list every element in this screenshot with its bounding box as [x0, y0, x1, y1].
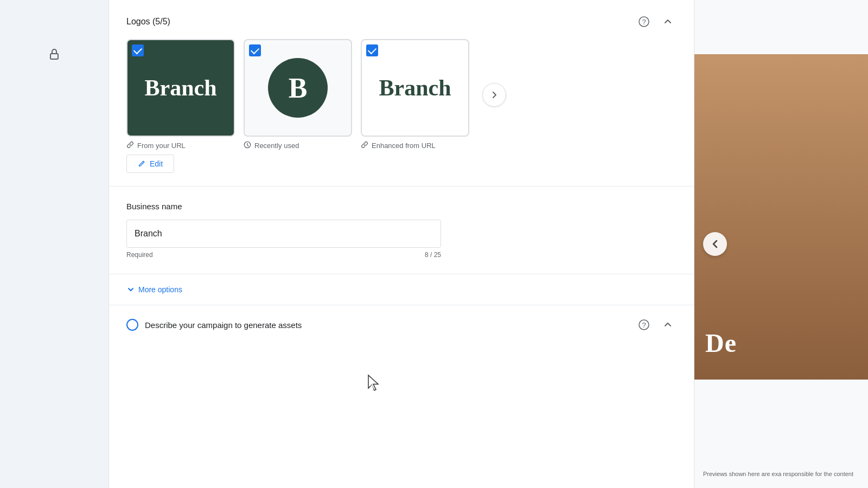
- link-icon-1: [126, 141, 134, 150]
- logos-grid: Branch From your URL: [126, 39, 676, 150]
- more-options-label: More options: [138, 285, 182, 294]
- logo-card-from-url[interactable]: Branch: [126, 39, 235, 137]
- logos-section-title: Logos (5/5): [126, 17, 170, 27]
- svg-rect-0: [50, 54, 58, 59]
- preview-image: De: [694, 54, 868, 380]
- required-text: Required: [126, 251, 153, 259]
- business-name-meta: Required 8 / 25: [126, 251, 441, 259]
- more-options-button[interactable]: More options: [126, 285, 182, 294]
- describe-collapse-button[interactable]: [659, 316, 676, 333]
- describe-header: Describe your campaign to generate asset…: [126, 316, 676, 333]
- logo-card-enhanced-from-url[interactable]: Branch: [361, 39, 469, 137]
- logos-section-controls: ?: [635, 13, 676, 30]
- logos-collapse-button[interactable]: [659, 13, 676, 30]
- logo-label-enhanced: Enhanced from URL: [361, 141, 436, 150]
- logos-next-button[interactable]: [482, 83, 506, 107]
- main-content: Logos (5/5) ?: [108, 0, 694, 488]
- logos-help-button[interactable]: ?: [635, 13, 653, 30]
- edit-button[interactable]: Edit: [126, 155, 174, 173]
- preview-text: De: [705, 328, 737, 358]
- logo-brand-name-1: Branch: [144, 75, 216, 101]
- svg-text:?: ?: [642, 321, 646, 329]
- previews-note: Previews shown here are exa responsible …: [694, 471, 868, 477]
- clock-icon: [244, 141, 251, 150]
- logo-circle: B: [268, 58, 328, 118]
- logo-label-from-url: From your URL: [126, 141, 186, 150]
- logo-brand-initial: B: [289, 72, 308, 104]
- logo-card-recently-used-wrapper: B Recently used: [244, 39, 352, 150]
- lock-icon: [43, 43, 65, 65]
- link-icon-2: [361, 141, 368, 150]
- logo-card-enhanced-wrapper: Branch Enhanced from URL: [361, 39, 469, 150]
- logo-checkbox-from-url[interactable]: [132, 44, 144, 56]
- describe-help-button[interactable]: ?: [635, 316, 653, 333]
- logos-section: Logos (5/5) ?: [109, 0, 694, 187]
- business-name-input[interactable]: [126, 220, 441, 248]
- edit-button-label: Edit: [150, 159, 163, 168]
- logo-checkbox-enhanced[interactable]: [366, 44, 378, 56]
- describe-section-title: Describe your campaign to generate asset…: [145, 320, 302, 330]
- logo-card-from-url-wrapper: Branch From your URL: [126, 39, 235, 150]
- svg-text:?: ?: [642, 18, 646, 26]
- sidebar: [0, 0, 108, 488]
- more-options-section: More options: [109, 274, 694, 305]
- char-count: 8 / 25: [425, 251, 441, 259]
- logos-section-header: Logos (5/5) ?: [126, 13, 676, 30]
- logo-brand-name-3: Branch: [379, 75, 451, 101]
- business-name-section: Business name Required 8 / 25: [109, 187, 694, 274]
- preview-prev-button[interactable]: [703, 232, 727, 256]
- describe-left: Describe your campaign to generate asset…: [126, 319, 302, 331]
- right-panel: De Previews shown here are exa responsib…: [694, 0, 868, 488]
- business-name-label: Business name: [126, 202, 676, 211]
- logo-card-recently-used[interactable]: B: [244, 39, 352, 137]
- logo-label-recently-used: Recently used: [244, 141, 299, 150]
- logo-checkbox-recently-used[interactable]: [249, 44, 261, 56]
- describe-checkbox[interactable]: [126, 319, 138, 331]
- describe-section: Describe your campaign to generate asset…: [109, 305, 694, 344]
